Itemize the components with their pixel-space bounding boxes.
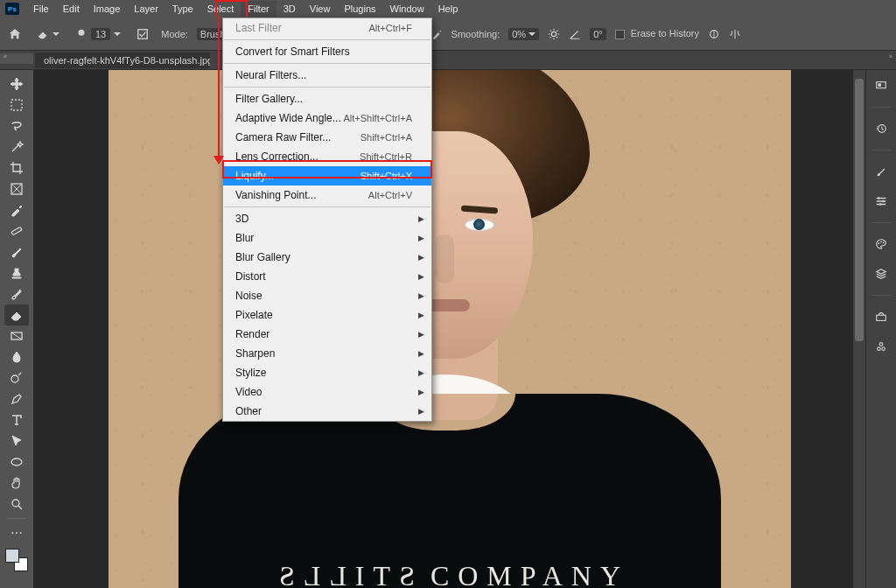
eyedropper-tool[interactable] bbox=[4, 200, 29, 220]
panel-history[interactable] bbox=[871, 118, 892, 139]
menu-item-label: Convert for Smart Filters bbox=[235, 46, 350, 58]
svg-rect-12 bbox=[878, 83, 882, 87]
menu-edit[interactable]: Edit bbox=[56, 1, 87, 17]
menu-window[interactable]: Window bbox=[383, 1, 431, 17]
fg-swatch[interactable] bbox=[5, 549, 19, 563]
right-panel-collapse[interactable]: » bbox=[866, 53, 896, 64]
layers-icon bbox=[875, 268, 887, 280]
brush-preset[interactable]: 13 bbox=[72, 26, 124, 42]
tool-preset[interactable] bbox=[33, 26, 63, 42]
menu-item-stylize[interactable]: Stylize bbox=[223, 363, 431, 382]
menu-plugins[interactable]: Plugins bbox=[337, 1, 382, 17]
color-swatches[interactable] bbox=[5, 549, 28, 571]
panel-brushes[interactable] bbox=[871, 161, 892, 182]
svg-point-19 bbox=[883, 242, 885, 243]
menu-item-blur[interactable]: Blur bbox=[223, 228, 431, 248]
smoothing-gear-icon[interactable] bbox=[548, 28, 560, 40]
vertical-scrollbar[interactable] bbox=[853, 70, 865, 588]
history-brush-icon bbox=[10, 287, 24, 301]
crop-tool[interactable] bbox=[4, 158, 29, 178]
blur-tool[interactable] bbox=[4, 346, 29, 368]
stamp-tool[interactable] bbox=[4, 262, 29, 284]
symmetry-icon[interactable] bbox=[729, 28, 741, 40]
menu-layer[interactable]: Layer bbox=[127, 1, 165, 17]
canvas-area: STILLS COMPANY BYRON BAY bbox=[33, 70, 866, 588]
brush-icon bbox=[10, 245, 24, 259]
menu-item-sharpen[interactable]: Sharpen bbox=[223, 344, 431, 363]
menu-item-convert-for-smart-filters[interactable]: Convert for Smart Filters bbox=[223, 42, 431, 61]
pressure-opacity-icon[interactable] bbox=[708, 28, 720, 40]
pen-tool[interactable] bbox=[4, 388, 29, 410]
frame-icon bbox=[10, 182, 24, 196]
brush-tool[interactable] bbox=[4, 242, 29, 262]
erase-checkbox[interactable] bbox=[615, 30, 625, 39]
menu-item-vanishing-point[interactable]: Vanishing Point...Alt+Ctrl+V bbox=[223, 186, 431, 205]
home-button[interactable] bbox=[5, 24, 24, 44]
marquee-tool[interactable] bbox=[4, 94, 29, 116]
panel-libraries[interactable] bbox=[871, 336, 892, 357]
history-brush-tool[interactable] bbox=[4, 284, 29, 304]
menu-item-other[interactable]: Other bbox=[223, 402, 431, 421]
document-canvas[interactable]: STILLS COMPANY BYRON BAY bbox=[108, 70, 791, 588]
left-panel-collapse[interactable]: « bbox=[0, 53, 33, 64]
healing-tool[interactable] bbox=[4, 220, 29, 242]
menu-item-3d[interactable]: 3D bbox=[223, 209, 431, 228]
quick-select-tool[interactable] bbox=[4, 136, 29, 158]
menu-item-noise[interactable]: Noise bbox=[223, 286, 431, 305]
panel-brush-settings[interactable] bbox=[871, 191, 892, 212]
shirt-graphic-text: STILLS COMPANY BYRON BAY bbox=[205, 560, 695, 588]
menu-item-liquify[interactable]: Liquify...Shift+Ctrl+X bbox=[223, 166, 431, 186]
menu-view[interactable]: View bbox=[303, 1, 338, 17]
menu-item-pixelate[interactable]: Pixelate bbox=[223, 305, 431, 325]
svg-point-15 bbox=[882, 200, 885, 203]
type-tool[interactable] bbox=[4, 410, 29, 430]
menu-image[interactable]: Image bbox=[87, 1, 128, 17]
ellipsis-icon: ⋯ bbox=[10, 526, 23, 540]
svg-rect-1 bbox=[138, 29, 148, 38]
menu-item-filter-gallery[interactable]: Filter Gallery... bbox=[223, 89, 431, 108]
brush-panel-toggle[interactable] bbox=[133, 26, 152, 42]
menu-item-render[interactable]: Render bbox=[223, 325, 431, 344]
eraser-icon bbox=[10, 308, 24, 322]
panel-color[interactable] bbox=[871, 234, 892, 255]
menu-separator bbox=[224, 206, 430, 207]
menu-item-video[interactable]: Video bbox=[223, 382, 431, 402]
panel-layers[interactable] bbox=[871, 263, 892, 284]
edit-toolbar[interactable]: ⋯ bbox=[4, 522, 29, 543]
path-select-tool[interactable] bbox=[4, 430, 29, 452]
scrollbar-thumb[interactable] bbox=[855, 79, 864, 341]
menu-file[interactable]: File bbox=[26, 1, 56, 17]
menu-item-label: Other bbox=[235, 405, 262, 417]
gradient-tool[interactable] bbox=[4, 326, 29, 346]
move-tool[interactable] bbox=[4, 74, 29, 94]
shape-tool[interactable] bbox=[4, 452, 29, 472]
hand-tool[interactable] bbox=[4, 472, 29, 494]
menu-help[interactable]: Help bbox=[431, 1, 466, 17]
tool-divider bbox=[7, 518, 26, 519]
lasso-tool[interactable] bbox=[4, 116, 29, 136]
panel-properties[interactable] bbox=[871, 306, 892, 327]
erase-to-history[interactable]: Erase to History bbox=[615, 28, 699, 39]
menu-3d[interactable]: 3D bbox=[276, 1, 303, 17]
eyedropper-icon bbox=[10, 203, 24, 217]
panel-learn[interactable] bbox=[871, 75, 892, 96]
document-tab[interactable]: oliver-ragfelt-khV4fTy6-D8-unsplash.jpg bbox=[35, 52, 210, 68]
svg-point-18 bbox=[880, 242, 882, 243]
eraser-tool[interactable] bbox=[4, 304, 29, 326]
menu-item-label: Neural Filters... bbox=[235, 69, 306, 81]
frame-tool[interactable] bbox=[4, 178, 29, 200]
svg-point-22 bbox=[878, 347, 881, 351]
menu-item-label: Camera Raw Filter... bbox=[235, 131, 331, 144]
smoothing-dropdown[interactable]: 0% bbox=[508, 28, 539, 40]
dodge-tool[interactable] bbox=[4, 368, 29, 388]
menu-type[interactable]: Type bbox=[165, 1, 200, 17]
home-icon bbox=[9, 28, 21, 40]
zoom-tool[interactable] bbox=[4, 494, 29, 514]
menu-item-blur-gallery[interactable]: Blur Gallery bbox=[223, 248, 431, 267]
menu-item-camera-raw-filter[interactable]: Camera Raw Filter...Shift+Ctrl+A bbox=[223, 128, 431, 147]
menu-item-neural-filters[interactable]: Neural Filters... bbox=[223, 66, 431, 85]
angle-field[interactable]: 0° bbox=[590, 28, 606, 40]
menu-item-adaptive-wide-angle[interactable]: Adaptive Wide Angle...Alt+Shift+Ctrl+A bbox=[223, 108, 431, 128]
menu-item-lens-correction[interactable]: Lens Correction...Shift+Ctrl+R bbox=[223, 147, 431, 166]
menu-item-distort[interactable]: Distort bbox=[223, 267, 431, 286]
